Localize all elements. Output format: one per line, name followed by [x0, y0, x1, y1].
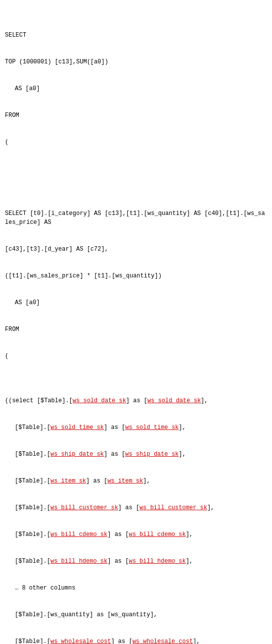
line-open-paren1: (: [5, 138, 267, 147]
line-ws-bill-cust: [$Table].[ws_bill_customer_sk] as [ws_bi…: [5, 503, 267, 512]
line-select: SELECT: [5, 31, 267, 40]
line-top: TOP (1000001) [c13],SUM([a0]): [5, 57, 267, 66]
line-from1: FROM: [5, 111, 267, 120]
line-ws-wholesale: [$Table].[ws_wholesale_cost] as [ws_whol…: [5, 637, 267, 644]
line-ws-item-sk: [$Table].[ws_item_sk] as [ws_item_sk],: [5, 477, 267, 485]
line-ws-quantity: [$Table].[ws_quantity] as [ws_quantity],: [5, 610, 267, 619]
line-blank1: [5, 164, 267, 173]
line-as-a0: AS [a0]: [5, 84, 267, 93]
line-ws-ship-date: [$Table].[ws_ship_date_sk] as [ws_ship_d…: [5, 450, 267, 459]
line-from2: FROM: [5, 325, 267, 334]
line-inner-select: SELECT [t0].[i_category] AS [c13],[t1].[…: [5, 209, 267, 227]
line-calc: ([t1].[ws_sales_price] * [t1].[ws_quanti…: [5, 271, 267, 280]
line-select-table: ((select [$Table].[ws_sold_date_sk] as […: [5, 396, 267, 405]
line-c43: [c43],[t3].[d_year] AS [c72],: [5, 245, 267, 254]
line-as-a0-2: AS [a0]: [5, 298, 267, 307]
line-ws-bill-cdemo: [$Table].[ws_bill_cdemo_sk] as [ws_bill_…: [5, 530, 267, 539]
line-ws-sold-time: [$Table].[ws_sold_time_sk] as [ws_sold_t…: [5, 423, 267, 432]
line-8-other-cols: … 8 other columns: [5, 584, 267, 592]
line-open-paren2: (: [5, 352, 267, 361]
sql-code-block: SELECT TOP (1000001) [c13],SUM([a0]) AS …: [0, 0, 272, 644]
line-ws-bill-hdemo: [$Table].[ws_bill_hdemo_sk] as [ws_bill_…: [5, 557, 267, 566]
